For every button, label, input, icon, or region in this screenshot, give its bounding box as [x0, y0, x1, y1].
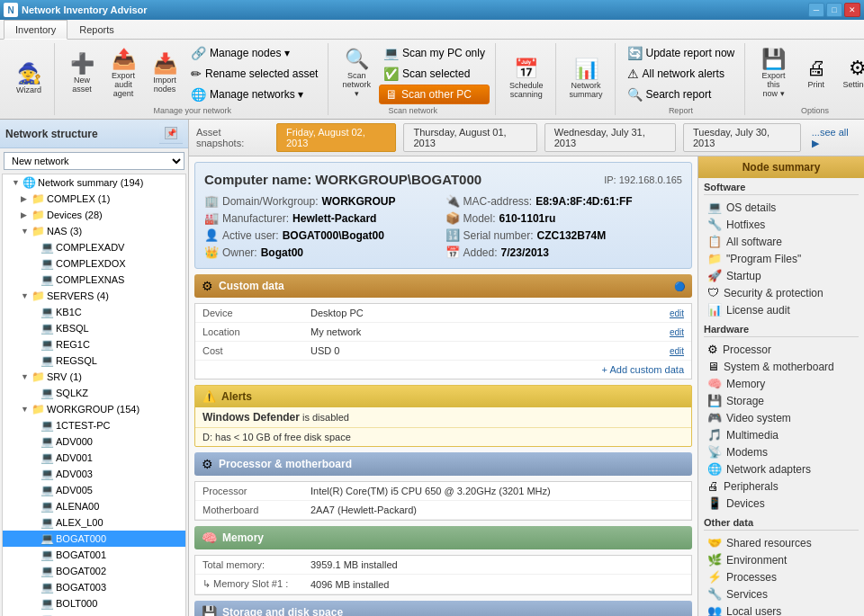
- tree-item-bogat003[interactable]: 💻 BOGAT003: [3, 579, 185, 595]
- export-button[interactable]: 💾 Exportthis now ▾: [752, 45, 795, 103]
- np-peripherals[interactable]: 🖨 Peripherals: [704, 478, 859, 495]
- np-startup[interactable]: 🚀 Startup: [704, 267, 859, 284]
- tree-item-nas[interactable]: ▼ 📁 NAS (3): [3, 223, 185, 239]
- expand-icon[interactable]: ▶: [21, 194, 32, 203]
- expand-icon[interactable]: ▼: [21, 291, 32, 300]
- update-report-button[interactable]: 🔄 Update report now: [623, 43, 740, 63]
- tree-item-adv000[interactable]: 💻 ADV000: [3, 433, 185, 450]
- location-edit-link[interactable]: edit: [670, 327, 684, 337]
- tree-item-bogat001[interactable]: 💻 BOGAT001: [3, 547, 185, 563]
- tree-item-complexdox[interactable]: 💻 COMPLEXDOX: [3, 255, 185, 272]
- np-program-files[interactable]: 📁 "Program Files": [704, 250, 859, 267]
- add-custom-button[interactable]: + Add custom data: [602, 364, 684, 375]
- np-security-protection[interactable]: 🛡 Security & protection: [704, 284, 859, 301]
- np-memory[interactable]: 🧠 Memory: [704, 375, 859, 392]
- np-os-details[interactable]: 💻 OS details: [704, 199, 859, 216]
- expand-icon[interactable]: ▼: [21, 372, 32, 381]
- np-video-system[interactable]: 🎮 Video system: [704, 409, 859, 426]
- tree-item-1ctest[interactable]: 💻 1CTEST-PC: [3, 417, 185, 433]
- np-multimedia[interactable]: 🎵 Multimedia: [704, 426, 859, 443]
- expand-icon: [30, 324, 40, 333]
- np-all-software[interactable]: 📋 All software: [704, 233, 859, 250]
- storage-header[interactable]: 💾 Storage and disk space: [194, 601, 692, 616]
- manage-nodes-button[interactable]: 🔗 Manage nodes ▾: [186, 43, 322, 63]
- search-report-button[interactable]: 🔍 Search report: [623, 85, 740, 104]
- print-button[interactable]: 🖨 Print: [796, 54, 836, 94]
- tree-item-bogat002[interactable]: 💻 BOGAT002: [3, 563, 185, 579]
- tree-item-adv001[interactable]: 💻 ADV001: [3, 450, 185, 466]
- np-services[interactable]: 🔧 Services: [704, 585, 859, 603]
- tree-item-sqlkz[interactable]: 💻 SQLKZ: [3, 385, 185, 401]
- scan-other-pc-button[interactable]: 🖥 Scan other PC: [379, 85, 490, 104]
- tab-reports[interactable]: Reports: [68, 20, 126, 39]
- snapshot-more-link[interactable]: ...see all ▶: [812, 127, 857, 149]
- snapshot-tab-2[interactable]: Thursday, August 01, 2013: [403, 123, 536, 152]
- tree-item-bolt001[interactable]: 💻 BOLT001: [3, 612, 185, 616]
- panel-pin-button[interactable]: 📌: [165, 127, 177, 139]
- tree-item-alex-l00[interactable]: 💻 ALEX_L00: [3, 514, 185, 531]
- tree-item-kb1c[interactable]: 💻 KB1C: [3, 304, 185, 320]
- manage-networks-button[interactable]: 🌐 Manage networks ▾: [186, 85, 322, 104]
- schedule-button[interactable]: 📅 Schedulescanning: [503, 55, 550, 103]
- np-shared-resources[interactable]: 🤝 Shared resources: [704, 534, 859, 551]
- custom-data-toggle[interactable]: 🔵: [674, 281, 685, 291]
- wizard-button[interactable]: 🧙 Wizard: [9, 59, 49, 99]
- np-hotfixes[interactable]: 🔧 Hotfixes: [704, 216, 859, 233]
- expand-icon[interactable]: ▼: [21, 227, 32, 236]
- cost-edit-link[interactable]: edit: [670, 346, 684, 356]
- tree-item-devices[interactable]: ▶ 📁 Devices (28): [3, 207, 185, 223]
- network-dropdown[interactable]: New network: [4, 152, 184, 170]
- np-modems[interactable]: 📡 Modems: [704, 443, 859, 460]
- rename-asset-button[interactable]: ✏ Rename selected asset: [186, 64, 322, 84]
- tab-inventory[interactable]: Inventory: [4, 20, 68, 40]
- tree-item-workgroup[interactable]: ▼ 📁 WORKGROUP (154): [3, 401, 185, 417]
- tree-item-bolt000[interactable]: 💻 BOLT000: [3, 595, 185, 612]
- expand-icon[interactable]: ▼: [21, 405, 32, 414]
- tree-item-kbsql[interactable]: 💻 KBSQL: [3, 320, 185, 336]
- snapshot-tab-4[interactable]: Tuesday, July 30, 2013: [683, 123, 801, 152]
- close-button[interactable]: ✕: [844, 3, 860, 17]
- tree-item-adv005[interactable]: 💻 ADV005: [3, 482, 185, 498]
- tree-item-alena00[interactable]: 💻 ALENA00: [3, 498, 185, 514]
- np-storage[interactable]: 💾 Storage: [704, 392, 859, 409]
- tree-item-adv003[interactable]: 💻 ADV003: [3, 466, 185, 482]
- np-devices[interactable]: 📱 Devices: [704, 495, 859, 512]
- tree-item-complexadv[interactable]: 💻 COMPLEXADV: [3, 239, 185, 255]
- tree-item-complexnas[interactable]: 💻 COMPLEXNAS: [3, 272, 185, 288]
- export-audit-button[interactable]: 📤 Exportaudit agent: [104, 45, 143, 103]
- tree-item-reg1c[interactable]: 💻 REG1C: [3, 336, 185, 353]
- settings-button[interactable]: ⚙ Settings: [838, 54, 864, 94]
- scan-network-button[interactable]: 🔍 Scannetwork ▾: [336, 45, 377, 103]
- scan-selected-button[interactable]: ✅ Scan selected: [379, 64, 490, 84]
- memory-header[interactable]: 🧠 Memory: [194, 526, 692, 549]
- expand-icon[interactable]: ▶: [21, 210, 32, 219]
- processor-header[interactable]: ⚙ Processor & motherboard: [194, 452, 692, 476]
- tree-item-regsql[interactable]: 💻 REGSQL: [3, 353, 185, 369]
- import-nodes-button[interactable]: 📥 Importnodes: [145, 49, 184, 98]
- custom-data-header[interactable]: ⚙ Custom data 🔵: [194, 274, 692, 298]
- expand-icon[interactable]: ▼: [12, 178, 22, 187]
- np-environment[interactable]: 🌿 Environment: [704, 551, 859, 568]
- device-edit-link[interactable]: edit: [670, 308, 684, 318]
- scan-my-pc-button[interactable]: 💻 Scan my PC only: [379, 43, 490, 63]
- network-summary-button[interactable]: 📊 Networksummary: [563, 55, 609, 103]
- snapshot-tab-3[interactable]: Wednesday, July 31, 2013: [544, 123, 676, 152]
- new-asset-button[interactable]: ➕ Newasset: [62, 49, 102, 98]
- memory-title: Memory: [222, 531, 264, 544]
- tree-item-servers[interactable]: ▼ 📁 SERVERS (4): [3, 288, 185, 304]
- np-network-adapters[interactable]: 🌐 Network adapters: [704, 460, 859, 478]
- minimize-button[interactable]: ─: [808, 3, 824, 17]
- tree-item-complex[interactable]: ▶ 📁 COMPLEX (1): [3, 191, 185, 207]
- np-processor[interactable]: ⚙ Processor: [704, 341, 859, 358]
- computer-details-grid: 🏢 Domain/Workgroup: WORKGROUP 🔌 MAC-addr…: [204, 194, 682, 259]
- np-system-motherboard[interactable]: 🖥 System & motherboard: [704, 358, 859, 375]
- all-alerts-button[interactable]: ⚠ All network alerts: [623, 64, 740, 84]
- tree-item-srv[interactable]: ▼ 📁 SRV (1): [3, 369, 185, 385]
- tree-item-bogat000[interactable]: 💻 BOGAT000: [3, 531, 185, 547]
- np-license-audit[interactable]: 📊 License audit: [704, 301, 859, 318]
- np-local-users[interactable]: 👥 Local users: [704, 603, 859, 616]
- snapshot-tab-1[interactable]: Friday, August 02, 2013: [276, 123, 396, 152]
- maximize-button[interactable]: □: [826, 3, 842, 17]
- np-processes[interactable]: ⚡ Processes: [704, 568, 859, 585]
- tree-item-network-summary[interactable]: ▼ 🌐 Network summary (194): [3, 174, 185, 191]
